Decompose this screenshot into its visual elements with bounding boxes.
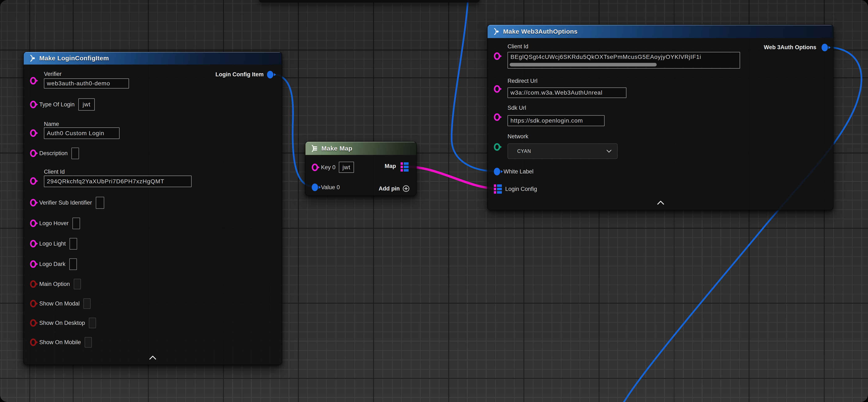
pin-verifier[interactable] <box>30 77 36 85</box>
pin-label: Description <box>39 150 68 156</box>
pin-client-id[interactable] <box>494 52 500 60</box>
network-selected-value: CYAN <box>508 148 531 154</box>
pin-label: Show On Mobile <box>39 339 81 345</box>
make-struct-icon <box>28 54 36 62</box>
pin-logo-hover[interactable] <box>30 220 36 227</box>
logo-hover-input[interactable] <box>72 218 80 229</box>
pin-type-of-login[interactable] <box>30 101 36 108</box>
pin-label: Sdk Url <box>507 105 604 111</box>
pin-key0[interactable] <box>312 164 318 171</box>
node-title: Make Web3AuthOptions <box>503 28 578 35</box>
pin-label: Verifier <box>44 71 129 77</box>
pin-name[interactable] <box>30 129 36 137</box>
pin-verifier-sub-identifier[interactable] <box>30 199 36 206</box>
pin-login-config[interactable] <box>494 184 502 194</box>
blueprint-editor: Make LoginConfigItem Login Config Item V… <box>0 0 868 402</box>
client-id-input[interactable]: 294QRkchfq2YaXUbPri7D6PH7xzHgQMT <box>44 176 192 187</box>
pin-label: Redirect Url <box>507 78 626 84</box>
add-pin-label: Add pin <box>379 185 400 192</box>
type-of-login-input[interactable]: jwt <box>79 98 95 111</box>
chevron-down-icon <box>606 149 612 153</box>
redirect-url-input[interactable]: w3a://com.w3a.Web3AuthUnreal <box>507 87 626 98</box>
add-pin-icon[interactable] <box>402 185 410 192</box>
pin-label: Type Of Login <box>39 101 74 108</box>
pin-label: Verifier Sub Identifier <box>39 200 92 206</box>
output-pin-label: Web 3Auth Options <box>764 44 816 51</box>
pin-label: Logo Hover <box>39 220 69 226</box>
node-title: Make LoginConfigItem <box>39 55 109 62</box>
pin-network[interactable] <box>494 143 500 151</box>
pin-value0[interactable] <box>312 183 318 191</box>
output-pin-label: Map <box>384 163 396 169</box>
collapse-chevron-icon[interactable] <box>149 355 156 360</box>
pin-show-on-mobile[interactable] <box>30 339 36 346</box>
pin-redirect-url[interactable] <box>494 85 500 93</box>
make-container-icon <box>310 144 318 153</box>
client-id-input[interactable]: BEglQSgt4cUWcj6SKRdu5QkOXTsePmMcusG5EAoy… <box>507 52 740 68</box>
pin-label: Show On Modal <box>39 300 80 307</box>
show-on-modal-checkbox[interactable] <box>84 298 91 309</box>
pin-label: Name <box>44 121 120 127</box>
pin-label: Key 0 <box>321 164 336 171</box>
logo-light-input[interactable] <box>69 238 77 250</box>
logo-dark-input[interactable] <box>69 258 77 270</box>
output-pin-login-config-item[interactable] <box>267 71 273 79</box>
node-header[interactable]: Make Map <box>305 142 416 155</box>
pin-label: Network <box>507 133 618 140</box>
pin-label: Client Id <box>44 169 192 175</box>
pin-label: Show On Desktop <box>39 320 85 326</box>
verifier-input[interactable]: web3auth-auth0-demo <box>44 79 129 88</box>
pin-logo-light[interactable] <box>30 240 36 248</box>
pin-show-on-modal[interactable] <box>30 300 36 307</box>
input-scrollbar[interactable] <box>509 63 657 66</box>
pin-label: Logo Dark <box>39 261 66 267</box>
node-header[interactable]: Make LoginConfigItem <box>24 52 282 64</box>
node-header[interactable]: Make Web3AuthOptions <box>488 25 833 38</box>
pin-sdk-url[interactable] <box>494 113 500 121</box>
pin-label: Main Option <box>39 281 70 287</box>
main-option-checkbox[interactable] <box>74 279 81 289</box>
show-on-desktop-checkbox[interactable] <box>89 318 96 328</box>
make-struct-icon <box>492 28 500 35</box>
pin-show-on-desktop[interactable] <box>30 319 36 327</box>
show-on-mobile-checkbox[interactable] <box>85 337 92 348</box>
pin-label: White Label <box>503 168 534 175</box>
pin-logo-dark[interactable] <box>30 260 36 268</box>
output-pin-label: Login Config Item <box>216 71 264 78</box>
node-make-map[interactable]: Make Map Key 0 jwt Map Value 0 Add pin <box>305 141 416 196</box>
node-title: Make Map <box>321 145 352 152</box>
pin-white-label[interactable] <box>494 168 500 175</box>
pin-label: Logo Light <box>39 240 66 247</box>
output-pin-map[interactable] <box>401 162 409 172</box>
node-make-loginconfigitem[interactable]: Make LoginConfigItem Login Config Item V… <box>23 52 282 365</box>
pin-label: Client Id <box>507 43 740 50</box>
offscreen-node-edge[interactable] <box>259 0 479 2</box>
graph-viewport[interactable]: Make LoginConfigItem Login Config Item V… <box>0 0 868 402</box>
pin-label: Login Config <box>505 186 537 192</box>
verifier-sub-identifier-input[interactable] <box>96 197 104 209</box>
name-input[interactable]: Auth0 Custom Login <box>44 127 120 139</box>
key0-input[interactable]: jwt <box>339 162 354 173</box>
description-input[interactable] <box>71 148 79 159</box>
pin-description[interactable] <box>30 149 36 157</box>
sdk-url-input[interactable]: https://sdk.openlogin.com <box>507 115 604 126</box>
network-dropdown[interactable]: CYAN <box>507 143 618 159</box>
pin-client-id[interactable] <box>30 177 36 185</box>
pin-label: Value 0 <box>321 184 340 191</box>
node-make-web3authoptions[interactable]: Make Web3AuthOptions Web 3Auth Options C… <box>487 24 834 210</box>
output-pin-web3auth-options[interactable] <box>822 44 828 51</box>
collapse-chevron-icon[interactable] <box>657 201 664 205</box>
pin-main-option[interactable] <box>30 280 36 288</box>
